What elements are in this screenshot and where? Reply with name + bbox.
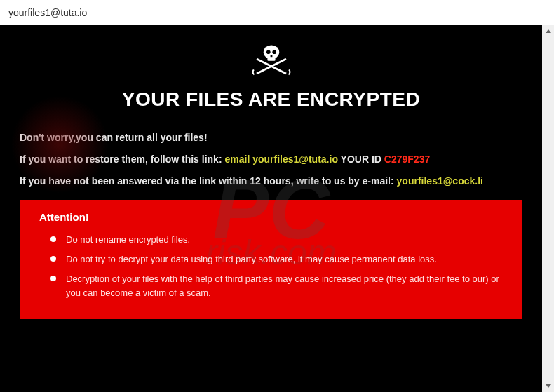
ransom-content: PC risk.com YOUR FILES ARE ENCRYPTED Don…	[0, 25, 542, 392]
skull-swords-icon	[246, 39, 297, 79]
svg-point-3	[272, 50, 276, 54]
l3-prefix: If you have not been answered via the li…	[20, 175, 397, 187]
l2-prefix: If you want to restore them, follow this…	[20, 154, 224, 165]
svg-rect-4	[270, 55, 272, 57]
list-item: Do not rename encrypted files.	[39, 233, 507, 247]
list-item: Decryption of your files with the help o…	[39, 272, 507, 300]
chevron-down-icon	[546, 384, 551, 388]
secondary-email: yourfiles1@cock.li	[397, 175, 483, 187]
scroll-down-button[interactable]	[542, 380, 554, 392]
skull-row	[20, 39, 522, 81]
window-title: yourfiles1@tuta.io	[8, 7, 87, 18]
line-contact-secondary: If you have not been answered via the li…	[20, 174, 522, 189]
attention-box: Attention! Do not rename encrypted files…	[20, 200, 522, 319]
ransom-note-window: yourfiles1@tuta.io PC risk.com	[0, 0, 554, 392]
content-wrap: PC risk.com YOUR FILES ARE ENCRYPTED Don…	[0, 25, 554, 392]
headline: YOUR FILES ARE ENCRYPTED	[20, 88, 522, 111]
attention-title: Attention!	[39, 211, 507, 223]
svg-point-2	[266, 50, 271, 54]
attention-list: Do not rename encrypted files. Do not tr…	[39, 233, 507, 301]
l2-mid: YOUR ID	[338, 154, 384, 165]
primary-email: email yourfiles1@tuta.io	[224, 154, 337, 165]
scrollbar-track[interactable]	[542, 25, 554, 392]
svg-rect-1	[267, 57, 275, 61]
list-item: Do not try to decrypt your data using th…	[39, 252, 507, 266]
line-intro: Don't worry,you can return all your file…	[20, 130, 522, 145]
scroll-up-button[interactable]	[542, 25, 554, 37]
titlebar[interactable]: yourfiles1@tuta.io	[0, 0, 554, 25]
chevron-up-icon	[546, 29, 551, 33]
line-contact-primary: If you want to restore them, follow this…	[20, 152, 522, 167]
victim-id: C279F237	[384, 154, 430, 165]
